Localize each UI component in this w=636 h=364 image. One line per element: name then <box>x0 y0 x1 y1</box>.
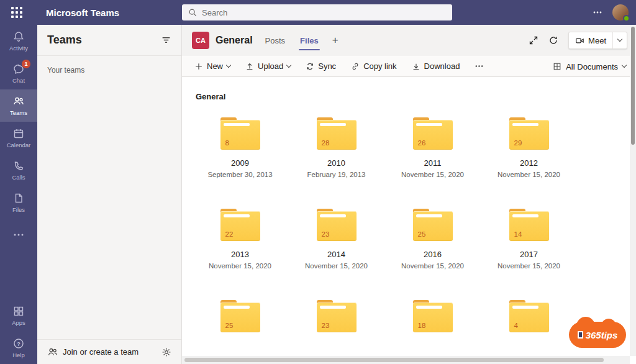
rail-item-label: Chat <box>12 77 25 84</box>
upload-button[interactable]: Upload <box>245 61 291 71</box>
folder-name: 2014 <box>327 250 345 259</box>
search-icon <box>188 8 197 17</box>
chevron-down-icon <box>226 62 231 67</box>
folder-item[interactable]: 18 <box>384 300 481 359</box>
download-button[interactable]: Download <box>412 61 460 71</box>
copy-link-button[interactable]: Copy link <box>351 61 396 71</box>
folder-item-count: 22 <box>225 230 234 238</box>
meet-dropdown-button[interactable] <box>613 32 627 48</box>
more-options-icon[interactable] <box>593 7 602 17</box>
rail-item-teams[interactable]: Teams <box>0 89 37 122</box>
channel-tabs: Posts Files <box>265 25 319 56</box>
folder-name: 2017 <box>520 250 538 259</box>
rail-item-chat[interactable]: 1 Chat <box>0 57 37 89</box>
download-label: Download <box>424 61 460 71</box>
rail-item-activity[interactable]: Activity <box>0 25 37 57</box>
folder-name: 2012 <box>520 158 538 168</box>
teams-icon <box>12 95 25 107</box>
file-icon <box>12 192 25 204</box>
team-avatar[interactable]: CA <box>192 32 209 49</box>
join-or-create-team-button[interactable]: Join or create a team <box>47 347 139 357</box>
meet-label: Meet <box>588 36 606 45</box>
folder-item-2010[interactable]: 28 2010 February 19, 2013 <box>288 117 384 178</box>
folder-item[interactable]: 4 <box>481 300 577 359</box>
unread-badge: 1 <box>22 60 30 68</box>
folder-name: 2010 <box>327 158 345 168</box>
folder-icon: 23 <box>317 209 357 241</box>
folder-item-2016[interactable]: 25 2016 November 15, 2020 <box>384 209 481 270</box>
folder-item-2012[interactable]: 29 2012 November 15, 2020 <box>481 117 577 178</box>
folder-item-count: 29 <box>514 139 522 147</box>
rail-item-label: Calls <box>12 174 25 181</box>
expand-icon[interactable] <box>529 35 538 45</box>
folder-item-count: 23 <box>322 230 330 238</box>
plus-icon <box>194 62 203 71</box>
upload-icon <box>245 62 254 71</box>
tab-files[interactable]: Files <box>300 25 319 56</box>
folder-modified-date: November 15, 2020 <box>401 171 464 178</box>
search-bar[interactable] <box>182 4 452 20</box>
folder-icon: 25 <box>220 300 260 332</box>
upload-label: Upload <box>258 61 283 71</box>
rail-item-label: Teams <box>10 109 27 116</box>
folder-item-2009[interactable]: 8 2009 September 30, 2013 <box>192 117 288 178</box>
folder-icon: 26 <box>413 117 453 150</box>
folder-modified-date: September 30, 2013 <box>207 171 272 178</box>
365tips-logo: 365tips <box>569 317 626 348</box>
rail-more-icon[interactable] <box>0 219 37 251</box>
folder-item-count: 23 <box>322 322 330 329</box>
folder-icon: 22 <box>220 209 260 241</box>
vertical-scrollbar-thumb[interactable] <box>631 27 635 145</box>
rail-item-help[interactable]: ? Help <box>0 332 37 364</box>
avatar[interactable] <box>612 4 629 20</box>
folder-item[interactable]: 23 <box>288 300 384 359</box>
refresh-icon[interactable] <box>548 35 558 45</box>
sidebar-title: Teams <box>47 34 82 47</box>
folder-item-2014[interactable]: 23 2014 November 15, 2020 <box>288 209 384 270</box>
join-or-create-team-label: Join or create a team <box>63 347 139 357</box>
add-tab-button[interactable]: + <box>332 34 338 47</box>
meet-button-main[interactable]: Meet <box>569 32 613 48</box>
folder-grid: 8 2009 September 30, 2013 28 2010 Februa… <box>192 117 626 359</box>
ellipsis-icon <box>475 61 484 71</box>
chevron-down-icon <box>286 62 291 67</box>
folder-item[interactable]: 25 <box>192 300 288 359</box>
horizontal-scrollbar <box>182 356 630 364</box>
rail-item-files[interactable]: Files <box>0 186 37 219</box>
sync-button[interactable]: Sync <box>306 61 336 71</box>
rail-item-label: Help <box>12 352 25 358</box>
tab-posts[interactable]: Posts <box>265 25 286 56</box>
folder-item-2011[interactable]: 26 2011 November 15, 2020 <box>384 117 481 178</box>
folder-icon: 18 <box>413 300 453 332</box>
folder-item-2013[interactable]: 22 2013 November 15, 2020 <box>192 209 288 270</box>
folder-name: 2009 <box>231 158 249 168</box>
rail-item-calls[interactable]: Calls <box>0 154 37 186</box>
toolbar-more-button[interactable] <box>475 61 484 71</box>
rail-item-label: Activity <box>9 45 28 52</box>
folder-icon: 8 <box>220 117 260 150</box>
top-bar: Microsoft Teams <box>0 0 636 25</box>
channel-main: CA General Posts Files + Meet <box>182 25 636 364</box>
rail-item-apps[interactable]: Apps <box>0 299 37 332</box>
gear-icon[interactable] <box>161 347 171 357</box>
apps-icon <box>12 305 25 317</box>
view-label: All Documents <box>566 62 618 71</box>
folder-modified-date: February 19, 2013 <box>307 171 366 178</box>
horizontal-scrollbar-thumb[interactable] <box>184 358 604 362</box>
presence-status-dot <box>623 15 630 22</box>
channel-name: General <box>216 35 253 46</box>
your-teams-label: Your teams <box>37 56 181 84</box>
folder-item-count: 8 <box>225 139 229 147</box>
sync-icon <box>306 62 314 71</box>
channel-header: CA General Posts Files + Meet <box>182 25 636 56</box>
search-input[interactable] <box>202 8 446 17</box>
filter-icon[interactable] <box>161 35 171 45</box>
new-button[interactable]: New <box>194 61 230 71</box>
link-icon <box>351 62 360 71</box>
download-icon <box>412 62 420 71</box>
folder-item-2017[interactable]: 14 2017 November 15, 2020 <box>481 209 577 270</box>
folder-item-count: 25 <box>225 322 234 329</box>
rail-item-calendar[interactable]: Calendar <box>0 122 37 154</box>
view-selector[interactable]: All Documents <box>553 56 626 77</box>
app-launcher-icon[interactable] <box>11 7 22 18</box>
